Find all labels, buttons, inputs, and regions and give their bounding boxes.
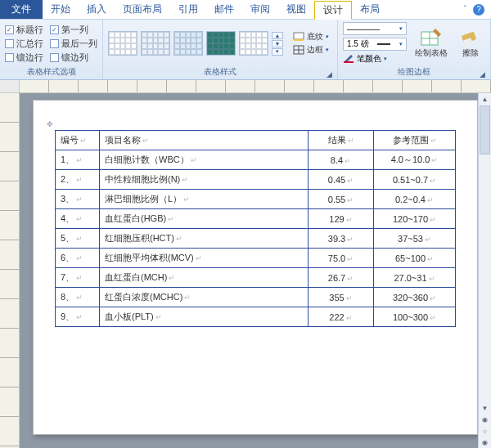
header-name: 项目名称↵ [100, 131, 309, 150]
cell-ref: 0.51~0.7↵ [374, 170, 456, 190]
border-button[interactable]: 边框▾ [293, 44, 329, 56]
tab-引用[interactable]: 引用 [170, 0, 206, 19]
cell-ref: 65~100↵ [374, 249, 456, 268]
cell-idx: 5、↵ [56, 229, 100, 249]
shading-icon [293, 32, 304, 42]
checkbox-第一列[interactable]: ✓第一列 [50, 24, 97, 36]
checkbox-label: 镶边行 [16, 52, 43, 64]
help-icon[interactable]: ? [473, 4, 484, 16]
cell-result: 222↵ [309, 307, 374, 327]
border-icon [293, 45, 304, 55]
cell-idx: 3、↵ [56, 190, 100, 209]
cell-name: 血红蛋白(MCH)↵ [100, 268, 309, 288]
browse-object-icon[interactable]: ○ [479, 425, 491, 437]
table-row[interactable]: 3、↵淋巴细胞比例（L）↵0.55↵0.2~0.4↵ [56, 190, 456, 209]
cell-idx: 1、↵ [56, 150, 100, 170]
data-table[interactable]: 编号↵ 项目名称↵ 结果↵ 参考范围↵ 1、↵白细胞计数（WBC）↵8.4↵4.… [55, 130, 456, 327]
group-launcher-icon[interactable]: ◢ [327, 70, 332, 78]
tab-插入[interactable]: 插入 [79, 0, 115, 19]
group-table-styles: ▲ ▼ ▾ 底纹▾ 边框▾ [103, 20, 338, 79]
ribbon-minimize-icon[interactable]: ˇ [464, 5, 466, 14]
scroll-up-icon[interactable]: ▲ [479, 93, 491, 105]
cell-result: 26.7↵ [309, 268, 374, 288]
checkbox-汇总行[interactable]: 汇总行 [5, 38, 43, 50]
draw-table-button[interactable]: 绘制表格 [412, 26, 451, 60]
prev-page-icon[interactable]: ◉ [479, 414, 491, 425]
cell-result: 0.45↵ [309, 170, 374, 190]
cell-result: 0.55↵ [309, 190, 374, 209]
checkbox-label: 标题行 [16, 24, 43, 36]
table-row[interactable]: 1、↵白细胞计数（WBC）↵8.4↵4.0～10.0↵ [56, 150, 456, 170]
cell-name: 红蛋白浓度(MCHC)↵ [100, 288, 309, 307]
tab-邮件[interactable]: 邮件 [206, 0, 242, 19]
table-anchor-icon[interactable]: ✥ [47, 120, 456, 128]
cell-result: 129↵ [309, 209, 374, 229]
cell-name: 血小板(PLT)↵ [100, 307, 309, 327]
cell-ref: 0.2~0.4↵ [374, 190, 456, 209]
tab-视图[interactable]: 视图 [278, 0, 314, 19]
table-style-1[interactable] [108, 31, 137, 56]
header-ref: 参考范围↵ [374, 131, 456, 150]
group-label-styles: 表格样式 ◢ [108, 65, 332, 79]
checkbox-label: 镶边列 [61, 52, 88, 64]
cell-name: 红细胞压积(HCT)↵ [100, 229, 309, 249]
checkbox-label: 汇总行 [16, 38, 43, 50]
shading-button[interactable]: 底纹▾ [293, 31, 329, 43]
table-style-3[interactable] [173, 31, 203, 56]
cell-ref: 4.0～10.0↵ [374, 150, 456, 170]
table-style-2[interactable] [141, 31, 170, 56]
table-row[interactable]: 4、↵血红蛋白(HGB)↵129↵120~170↵ [56, 209, 456, 229]
erase-button[interactable]: 擦除 [456, 26, 485, 60]
checkbox-box-icon [5, 53, 14, 62]
table-row[interactable]: 5、↵红细胞压积(HCT)↵39.3↵37~53↵ [56, 229, 456, 249]
tab-审阅[interactable]: 审阅 [242, 0, 278, 19]
checkbox-最后一列[interactable]: 最后一列 [50, 38, 97, 50]
tab-页面布局[interactable]: 页面布局 [115, 0, 170, 19]
tab-开始[interactable]: 开始 [43, 0, 79, 19]
draw-table-icon [420, 28, 443, 47]
cell-ref: 100~300↵ [374, 307, 456, 327]
cell-ref: 27.0~31↵ [374, 268, 456, 288]
gallery-more-icon[interactable]: ▾ [272, 48, 283, 56]
line-style-select[interactable]: ————▾ [343, 22, 407, 35]
table-row[interactable]: 8、↵红蛋白浓度(MCHC)↵355↵320~360↵ [56, 288, 456, 307]
vertical-scrollbar[interactable]: ▲ ▼ ◉ ○ ◉ [478, 93, 491, 448]
tab-布局[interactable]: 布局 [352, 0, 388, 19]
checkbox-label: 第一列 [61, 24, 88, 36]
scroll-down-icon[interactable]: ▼ [479, 402, 491, 414]
cell-ref: 120~170↵ [374, 209, 456, 229]
table-row[interactable]: 2、↵中性粒细胞比例(N)↵0.45↵0.51~0.7↵ [56, 170, 456, 190]
checkbox-标题行[interactable]: ✓标题行 [5, 24, 43, 36]
checkbox-box-icon: ✓ [5, 25, 14, 34]
cell-ref: 37~53↵ [374, 229, 456, 249]
group-launcher-icon-2[interactable]: ◢ [480, 70, 485, 78]
table-row[interactable]: 6、↵红细胞平均体积(MCV)↵75.0↵65~100↵ [56, 249, 456, 268]
next-page-icon[interactable]: ◉ [479, 437, 491, 448]
table-style-5[interactable] [239, 31, 268, 56]
table-row[interactable]: 9、↵血小板(PLT)↵222↵100~300↵ [56, 307, 456, 327]
checkbox-box-icon [5, 39, 14, 48]
cell-idx: 7、↵ [56, 268, 100, 288]
document-viewport[interactable]: ✥ 编号↵ 项目名称↵ 结果↵ 参考范围↵ 1、↵白细胞计数（WBC）↵8.4↵… [20, 93, 491, 448]
cell-name: 白细胞计数（WBC）↵ [100, 150, 309, 170]
gallery-down-icon[interactable]: ▼ [272, 40, 283, 47]
cell-idx: 9、↵ [56, 307, 100, 327]
help-icons: ˇ ? [464, 4, 491, 16]
cell-name: 红细胞平均体积(MCV)↵ [100, 249, 309, 268]
gallery-up-icon[interactable]: ▲ [272, 32, 283, 39]
checkbox-label: 最后一列 [61, 38, 97, 50]
line-width-select[interactable]: 1.5 磅▾ [343, 38, 407, 51]
vertical-ruler[interactable] [0, 93, 20, 448]
group-label-border: 绘图边框 ◢ [343, 65, 485, 79]
scroll-thumb[interactable] [480, 105, 490, 155]
table-row[interactable]: 7、↵血红蛋白(MCH)↵26.7↵27.0~31↵ [56, 268, 456, 288]
pen-color-button[interactable]: 笔颜色▾ [343, 53, 407, 65]
file-tab[interactable]: 文件 [0, 0, 43, 19]
cell-idx: 6、↵ [56, 249, 100, 268]
horizontal-ruler[interactable] [0, 80, 491, 93]
tab-设计[interactable]: 设计 [314, 1, 352, 20]
checkbox-镶边列[interactable]: 镶边列 [50, 52, 97, 64]
checkbox-镶边行[interactable]: 镶边行 [5, 52, 43, 64]
cell-idx: 4、↵ [56, 209, 100, 229]
table-style-4[interactable] [206, 31, 236, 56]
